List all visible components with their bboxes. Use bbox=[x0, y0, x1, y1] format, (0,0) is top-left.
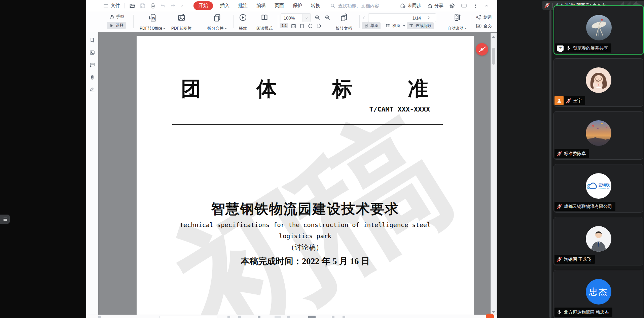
avatar-initials: 忠杰 bbox=[589, 286, 608, 298]
participant-name: 北方恒达物流园 韩忠杰 bbox=[564, 309, 609, 315]
fit-width-icon[interactable] bbox=[291, 23, 296, 29]
scrollbar-thumb[interactable] bbox=[492, 48, 495, 65]
participant-tile[interactable]: ➜ 贺宗春的屏幕共享 bbox=[553, 5, 644, 55]
pdf-to-image-button[interactable]: PDF转图片 bbox=[168, 12, 194, 32]
share-icon bbox=[427, 3, 433, 9]
actual-size-button[interactable]: 1:1 bbox=[280, 23, 288, 28]
participant-name-chip: 成都云钢联物流有限公司 bbox=[554, 202, 615, 211]
draft-note: （讨论稿） bbox=[137, 243, 474, 252]
sync-status[interactable]: 未同步 bbox=[400, 3, 422, 9]
standard-code: T/CAMT XXX-XXXX bbox=[369, 105, 430, 113]
zoom-out-icon[interactable] bbox=[314, 14, 321, 21]
split-merge-button[interactable]: 拆分合并 bbox=[204, 12, 230, 32]
badge-glyph: E bbox=[480, 46, 484, 52]
mic-on-icon bbox=[566, 45, 571, 51]
double-page-button[interactable]: 双页 bbox=[384, 22, 407, 29]
auto-scroll-label: 自动滚动 bbox=[448, 26, 464, 31]
pdf-to-office-button[interactable]: PDF转Office bbox=[137, 12, 168, 32]
search-icon bbox=[330, 3, 335, 8]
document-viewport[interactable]: 初稿 团 体 标 准 T/CAMT XXX-XXXX 智慧钢铁物流园建设技术要求… bbox=[98, 32, 497, 315]
hand-tool-button[interactable]: 手型 bbox=[107, 13, 126, 20]
single-page-button[interactable]: 单页 bbox=[362, 22, 381, 29]
scroll-up-arrow[interactable] bbox=[492, 36, 495, 38]
comments-panel-icon[interactable] bbox=[89, 62, 95, 68]
statusbar-glyph bbox=[258, 316, 260, 318]
rotate-left-icon[interactable] bbox=[308, 23, 313, 29]
feedback-chat-icon[interactable] bbox=[461, 3, 467, 9]
open-file-icon[interactable] bbox=[129, 3, 136, 9]
book-icon bbox=[260, 13, 269, 22]
participant-tile[interactable]: 忠杰 北方恒达物流园 韩忠杰 bbox=[553, 270, 643, 318]
participant-tile[interactable]: 王宇 bbox=[553, 58, 643, 107]
statusbar-glyph bbox=[98, 316, 101, 318]
header-rule bbox=[172, 124, 443, 125]
zoom-in-icon[interactable] bbox=[324, 14, 331, 21]
select-tool-label: 选择 bbox=[116, 23, 124, 28]
logo-text: 云钢联 bbox=[599, 183, 610, 188]
status-bar bbox=[86, 315, 497, 318]
search-box[interactable] bbox=[330, 3, 387, 9]
bookmark-icon[interactable] bbox=[89, 37, 95, 43]
image-panel-icon[interactable] bbox=[89, 50, 95, 56]
scroll-down-arrow[interactable] bbox=[492, 311, 495, 313]
settings-gear-icon[interactable] bbox=[449, 3, 455, 9]
avatar bbox=[586, 120, 611, 146]
play-button[interactable]: 播放 bbox=[235, 12, 251, 32]
split-merge-label: 拆分合并 bbox=[208, 26, 224, 31]
auto-scroll-button[interactable]: 自动滚动 bbox=[443, 12, 470, 32]
meeting-scrollbar[interactable] bbox=[549, 10, 551, 318]
collapse-toolbar-icon[interactable] bbox=[484, 3, 489, 8]
document-title: 智慧钢铁物流园建设技术要求 bbox=[137, 200, 474, 218]
tab-page[interactable]: 页面 bbox=[275, 3, 284, 9]
sync-status-label: 未同步 bbox=[408, 3, 422, 9]
continuous-read-button[interactable]: 连续阅读 bbox=[407, 22, 434, 29]
single-page-label: 单页 bbox=[370, 23, 379, 29]
participant-name: 王宇 bbox=[573, 98, 582, 104]
mic-muted-icon bbox=[566, 98, 571, 103]
rotate-document-button[interactable]: 旋转文档 bbox=[330, 12, 357, 32]
rotate-right-icon[interactable] bbox=[316, 23, 322, 29]
participant-tile[interactable]: 标准委陈卓 bbox=[553, 111, 643, 160]
save-icon[interactable] bbox=[140, 3, 146, 9]
print-icon[interactable] bbox=[150, 3, 156, 9]
next-page-icon[interactable] bbox=[426, 15, 431, 20]
pdf-to-word-icon bbox=[148, 13, 157, 22]
statusbar-glyph bbox=[343, 316, 345, 318]
tab-edit[interactable]: 编辑 bbox=[256, 3, 266, 9]
participant-name: 淘钢网 王龙飞 bbox=[564, 256, 592, 262]
continuous-read-label: 连续阅读 bbox=[416, 23, 432, 29]
redo-icon[interactable] bbox=[170, 3, 176, 9]
search-input[interactable] bbox=[337, 3, 383, 9]
fit-page-icon[interactable] bbox=[299, 23, 305, 29]
participant-tile[interactable]: 云钢联 YUNGANGLIAN 成都云钢联物流有限公司 bbox=[553, 164, 643, 213]
statusbar-glyph bbox=[227, 316, 230, 318]
toolbar-expand-chevron[interactable]: › bbox=[491, 24, 492, 29]
docked-list-launcher[interactable] bbox=[0, 215, 10, 224]
participant-name-chip: 北方恒达物流园 韩忠杰 bbox=[554, 308, 612, 317]
tab-comment[interactable]: 批注 bbox=[238, 3, 248, 9]
tab-home[interactable]: 开始 bbox=[193, 1, 213, 10]
zoom-level-select[interactable]: 100% bbox=[281, 13, 311, 22]
share-button[interactable]: 分享 bbox=[427, 3, 443, 9]
file-menu[interactable]: 文件 bbox=[103, 3, 120, 9]
signature-stamp-icon[interactable] bbox=[89, 87, 95, 93]
more-kebab-icon[interactable] bbox=[473, 3, 478, 8]
select-tool-button[interactable]: 选择 bbox=[107, 22, 126, 29]
tab-convert[interactable]: 转换 bbox=[311, 3, 320, 9]
floating-assistant-badge[interactable]: E bbox=[476, 43, 488, 56]
tab-protect[interactable]: 保护 bbox=[293, 3, 302, 9]
left-tool-strip bbox=[86, 32, 99, 318]
pdf-to-image-icon bbox=[177, 13, 186, 22]
cloud-sync-icon bbox=[400, 3, 406, 9]
vertical-scrollbar[interactable] bbox=[491, 33, 497, 315]
read-mode-button[interactable]: 阅读模式 bbox=[252, 12, 277, 32]
attachment-icon[interactable] bbox=[89, 74, 95, 81]
undo-icon[interactable] bbox=[160, 3, 166, 9]
participant-tile[interactable]: 淘钢网 王龙飞 bbox=[553, 217, 643, 265]
mic-muted-icon bbox=[557, 151, 562, 156]
tab-insert[interactable]: 插入 bbox=[220, 3, 229, 9]
mic-muted-icon[interactable] bbox=[544, 3, 550, 8]
quickbar-chevron-down-icon[interactable] bbox=[180, 4, 184, 8]
prev-page-icon[interactable] bbox=[361, 15, 366, 20]
word-translate-button[interactable]: 划词 bbox=[474, 13, 494, 21]
